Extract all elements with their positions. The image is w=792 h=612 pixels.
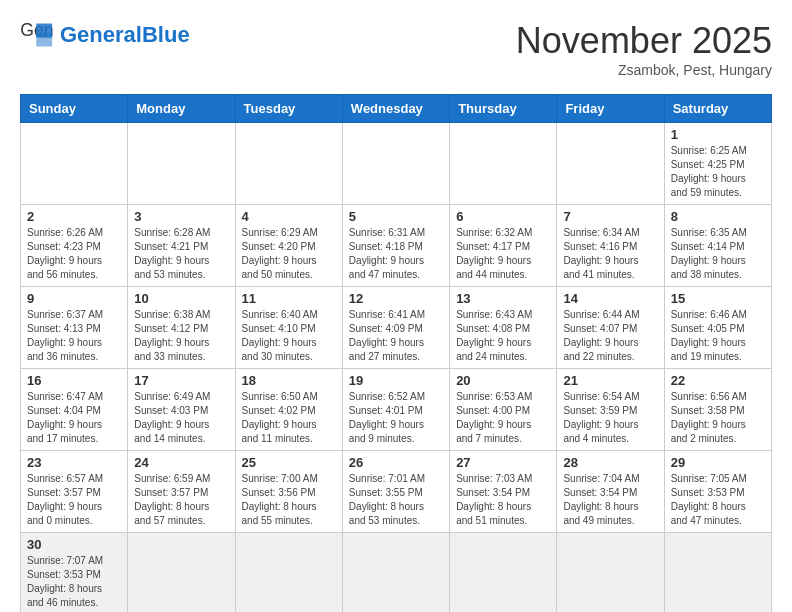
day-cell: 22Sunrise: 6:56 AM Sunset: 3:58 PM Dayli… [664,369,771,451]
day-number: 8 [671,209,765,224]
day-number: 19 [349,373,443,388]
day-info: Sunrise: 6:32 AM Sunset: 4:17 PM Dayligh… [456,226,550,282]
day-cell: 29Sunrise: 7:05 AM Sunset: 3:53 PM Dayli… [664,451,771,533]
day-info: Sunrise: 6:41 AM Sunset: 4:09 PM Dayligh… [349,308,443,364]
day-number: 12 [349,291,443,306]
day-info: Sunrise: 6:47 AM Sunset: 4:04 PM Dayligh… [27,390,121,446]
day-cell [557,123,664,205]
day-number: 11 [242,291,336,306]
col-header-tuesday: Tuesday [235,95,342,123]
day-info: Sunrise: 6:49 AM Sunset: 4:03 PM Dayligh… [134,390,228,446]
day-cell [557,533,664,613]
logo-text: GeneralBlue [60,22,190,47]
day-info: Sunrise: 6:35 AM Sunset: 4:14 PM Dayligh… [671,226,765,282]
calendar-table: SundayMondayTuesdayWednesdayThursdayFrid… [20,94,772,612]
day-cell: 4Sunrise: 6:29 AM Sunset: 4:20 PM Daylig… [235,205,342,287]
day-cell: 6Sunrise: 6:32 AM Sunset: 4:17 PM Daylig… [450,205,557,287]
day-info: Sunrise: 6:38 AM Sunset: 4:12 PM Dayligh… [134,308,228,364]
day-cell: 17Sunrise: 6:49 AM Sunset: 4:03 PM Dayli… [128,369,235,451]
col-header-sunday: Sunday [21,95,128,123]
day-info: Sunrise: 6:31 AM Sunset: 4:18 PM Dayligh… [349,226,443,282]
day-cell: 15Sunrise: 6:46 AM Sunset: 4:05 PM Dayli… [664,287,771,369]
week-row-0: 1Sunrise: 6:25 AM Sunset: 4:25 PM Daylig… [21,123,772,205]
day-info: Sunrise: 6:29 AM Sunset: 4:20 PM Dayligh… [242,226,336,282]
day-info: Sunrise: 6:50 AM Sunset: 4:02 PM Dayligh… [242,390,336,446]
day-cell: 24Sunrise: 6:59 AM Sunset: 3:57 PM Dayli… [128,451,235,533]
logo-general: General [60,22,142,47]
day-number: 25 [242,455,336,470]
col-header-thursday: Thursday [450,95,557,123]
col-header-wednesday: Wednesday [342,95,449,123]
day-number: 30 [27,537,121,552]
day-cell: 26Sunrise: 7:01 AM Sunset: 3:55 PM Dayli… [342,451,449,533]
day-cell [342,123,449,205]
day-cell [450,533,557,613]
day-number: 9 [27,291,121,306]
day-number: 4 [242,209,336,224]
day-number: 16 [27,373,121,388]
day-number: 21 [563,373,657,388]
day-number: 14 [563,291,657,306]
day-cell [342,533,449,613]
day-info: Sunrise: 7:04 AM Sunset: 3:54 PM Dayligh… [563,472,657,528]
day-info: Sunrise: 7:03 AM Sunset: 3:54 PM Dayligh… [456,472,550,528]
day-info: Sunrise: 6:46 AM Sunset: 4:05 PM Dayligh… [671,308,765,364]
day-info: Sunrise: 6:40 AM Sunset: 4:10 PM Dayligh… [242,308,336,364]
day-cell [450,123,557,205]
day-cell: 16Sunrise: 6:47 AM Sunset: 4:04 PM Dayli… [21,369,128,451]
day-cell: 19Sunrise: 6:52 AM Sunset: 4:01 PM Dayli… [342,369,449,451]
col-header-saturday: Saturday [664,95,771,123]
day-cell: 14Sunrise: 6:44 AM Sunset: 4:07 PM Dayli… [557,287,664,369]
day-cell: 10Sunrise: 6:38 AM Sunset: 4:12 PM Dayli… [128,287,235,369]
day-cell: 11Sunrise: 6:40 AM Sunset: 4:10 PM Dayli… [235,287,342,369]
calendar-header: Gen GeneralBlue November 2025 Zsambok, P… [20,20,772,78]
day-cell: 9Sunrise: 6:37 AM Sunset: 4:13 PM Daylig… [21,287,128,369]
day-number: 28 [563,455,657,470]
day-info: Sunrise: 6:52 AM Sunset: 4:01 PM Dayligh… [349,390,443,446]
day-info: Sunrise: 6:25 AM Sunset: 4:25 PM Dayligh… [671,144,765,200]
day-cell [235,533,342,613]
day-info: Sunrise: 6:26 AM Sunset: 4:23 PM Dayligh… [27,226,121,282]
week-row-5: 30Sunrise: 7:07 AM Sunset: 3:53 PM Dayli… [21,533,772,613]
day-cell: 30Sunrise: 7:07 AM Sunset: 3:53 PM Dayli… [21,533,128,613]
day-info: Sunrise: 7:01 AM Sunset: 3:55 PM Dayligh… [349,472,443,528]
day-cell: 8Sunrise: 6:35 AM Sunset: 4:14 PM Daylig… [664,205,771,287]
day-info: Sunrise: 6:59 AM Sunset: 3:57 PM Dayligh… [134,472,228,528]
day-cell: 23Sunrise: 6:57 AM Sunset: 3:57 PM Dayli… [21,451,128,533]
day-cell: 3Sunrise: 6:28 AM Sunset: 4:21 PM Daylig… [128,205,235,287]
day-info: Sunrise: 6:44 AM Sunset: 4:07 PM Dayligh… [563,308,657,364]
day-cell: 1Sunrise: 6:25 AM Sunset: 4:25 PM Daylig… [664,123,771,205]
day-number: 6 [456,209,550,224]
week-row-1: 2Sunrise: 6:26 AM Sunset: 4:23 PM Daylig… [21,205,772,287]
day-number: 24 [134,455,228,470]
day-cell: 12Sunrise: 6:41 AM Sunset: 4:09 PM Dayli… [342,287,449,369]
day-number: 23 [27,455,121,470]
day-cell: 21Sunrise: 6:54 AM Sunset: 3:59 PM Dayli… [557,369,664,451]
location-title: Zsambok, Pest, Hungary [516,62,772,78]
day-info: Sunrise: 6:57 AM Sunset: 3:57 PM Dayligh… [27,472,121,528]
day-number: 2 [27,209,121,224]
day-number: 29 [671,455,765,470]
logo: Gen GeneralBlue [20,20,190,50]
day-info: Sunrise: 6:54 AM Sunset: 3:59 PM Dayligh… [563,390,657,446]
day-number: 18 [242,373,336,388]
title-area: November 2025 Zsambok, Pest, Hungary [516,20,772,78]
day-info: Sunrise: 7:05 AM Sunset: 3:53 PM Dayligh… [671,472,765,528]
day-cell: 7Sunrise: 6:34 AM Sunset: 4:16 PM Daylig… [557,205,664,287]
logo-icon: Gen [20,20,56,50]
logo-blue: Blue [142,22,190,47]
day-number: 27 [456,455,550,470]
week-row-4: 23Sunrise: 6:57 AM Sunset: 3:57 PM Dayli… [21,451,772,533]
day-number: 22 [671,373,765,388]
day-cell: 13Sunrise: 6:43 AM Sunset: 4:08 PM Dayli… [450,287,557,369]
week-row-2: 9Sunrise: 6:37 AM Sunset: 4:13 PM Daylig… [21,287,772,369]
day-cell: 28Sunrise: 7:04 AM Sunset: 3:54 PM Dayli… [557,451,664,533]
day-cell: 25Sunrise: 7:00 AM Sunset: 3:56 PM Dayli… [235,451,342,533]
day-number: 20 [456,373,550,388]
day-cell [235,123,342,205]
day-info: Sunrise: 6:28 AM Sunset: 4:21 PM Dayligh… [134,226,228,282]
day-number: 26 [349,455,443,470]
day-cell: 18Sunrise: 6:50 AM Sunset: 4:02 PM Dayli… [235,369,342,451]
day-cell: 5Sunrise: 6:31 AM Sunset: 4:18 PM Daylig… [342,205,449,287]
day-info: Sunrise: 6:37 AM Sunset: 4:13 PM Dayligh… [27,308,121,364]
